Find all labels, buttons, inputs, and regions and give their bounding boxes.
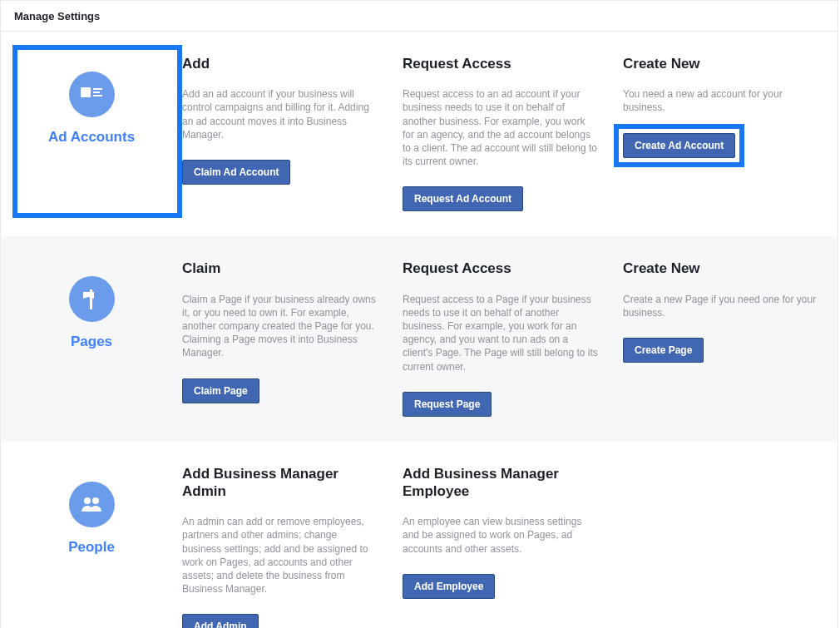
col-add-ad-account: Add Add an ad account if your business w…	[182, 55, 403, 211]
section-lead-pages: Pages	[1, 260, 182, 416]
request-ad-account-button[interactable]: Request Ad Account	[403, 186, 523, 211]
col-desc: Add an ad account if your business will …	[182, 87, 378, 141]
col-title: Add Business Manager Employee	[403, 465, 598, 501]
section-ad-accounts: Ad Accounts Add Add an ad account if you…	[1, 32, 838, 236]
col-title: Request Access	[403, 260, 598, 277]
claim-page-button[interactable]: Claim Page	[182, 378, 259, 403]
svg-rect-3	[93, 95, 102, 96]
section-pages: Pages Claim Claim a Page if your busines…	[1, 236, 838, 441]
col-create-page: Create New Create a new Page if you need…	[623, 260, 840, 416]
add-admin-button[interactable]: Add Admin	[182, 614, 259, 628]
col-title: Add Business Manager Admin	[182, 465, 378, 501]
col-desc: Create a new Page if you need one for yo…	[623, 293, 818, 319]
col-desc: You need a new ad account for your busin…	[623, 87, 818, 114]
svg-rect-2	[93, 91, 100, 93]
col-claim-page: Claim Claim a Page if your business alre…	[182, 260, 403, 416]
section-label: Ad Accounts	[48, 129, 135, 146]
svg-rect-0	[81, 87, 91, 97]
add-employee-button[interactable]: Add Employee	[403, 574, 495, 599]
col-title: Create New	[623, 260, 818, 277]
claim-ad-account-button[interactable]: Claim Ad Account	[182, 160, 290, 185]
col-request-page: Request Access Request access to a Page …	[403, 260, 623, 416]
pages-columns: Claim Claim a Page if your business alre…	[182, 260, 840, 416]
col-add-employee: Add Business Manager Employee An employe…	[403, 465, 623, 628]
section-label: People	[68, 539, 115, 556]
ad-accounts-icon	[69, 72, 115, 117]
col-desc: Request access to an ad account if your …	[403, 87, 598, 168]
section-label: Pages	[71, 334, 112, 350]
manage-settings-panel: Manage Settings Ad Accounts Add Add an a…	[0, 0, 838, 628]
svg-point-5	[84, 497, 91, 504]
col-desc: An admin can add or remove employees, pa…	[182, 515, 378, 596]
col-desc: Request access to a Page if your busines…	[403, 293, 598, 373]
col-desc: Claim a Page if your business already ow…	[182, 293, 378, 360]
col-create-ad-account: Create New You need a new ad account for…	[623, 55, 840, 211]
panel-header: Manage Settings	[1, 1, 838, 32]
pages-icon	[69, 276, 115, 322]
request-page-button[interactable]: Request Page	[403, 392, 492, 417]
create-page-button[interactable]: Create Page	[623, 338, 704, 363]
ad-accounts-columns: Add Add an ad account if your business w…	[182, 55, 840, 211]
svg-point-6	[92, 497, 99, 504]
col-title: Create New	[623, 55, 818, 72]
section-people: People Add Business Manager Admin An adm…	[1, 442, 838, 628]
col-title: Claim	[182, 260, 378, 277]
people-icon	[69, 482, 115, 527]
col-request-ad-account: Request Access Request access to an ad a…	[403, 55, 623, 211]
people-columns: Add Business Manager Admin An admin can …	[182, 465, 840, 628]
section-lead-people: People	[1, 465, 182, 628]
create-ad-account-button[interactable]: Create Ad Account	[623, 133, 735, 158]
col-empty	[623, 465, 840, 628]
col-desc: An employee can view business settings a…	[403, 515, 598, 556]
col-title: Add	[182, 55, 378, 72]
col-title: Request Access	[403, 55, 598, 72]
panel-title: Manage Settings	[14, 10, 100, 22]
section-lead-ad-accounts: Ad Accounts	[1, 55, 182, 211]
svg-rect-1	[93, 88, 102, 90]
col-add-admin: Add Business Manager Admin An admin can …	[182, 465, 403, 628]
